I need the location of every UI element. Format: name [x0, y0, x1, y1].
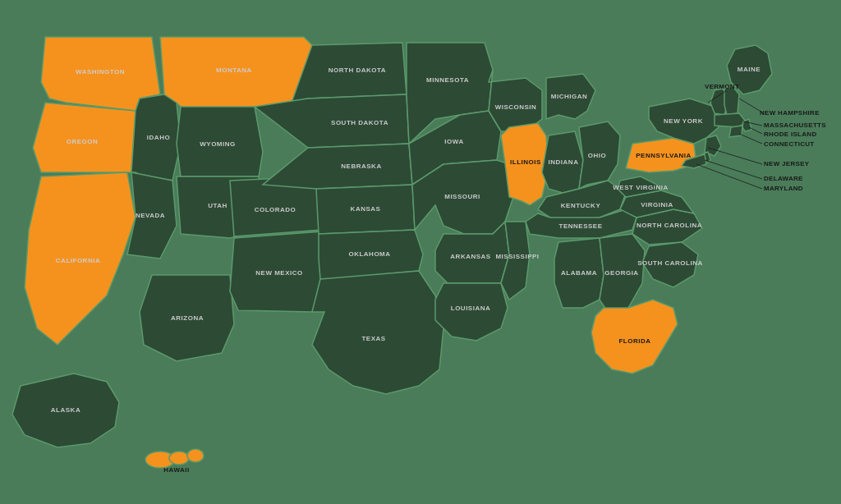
state-alabama[interactable] [554, 238, 604, 308]
usa-map: WASHINGTON OREGON CALIFORNIA IDAHO NEVAD… [0, 0, 841, 504]
state-hawaii-3[interactable] [187, 449, 204, 462]
state-wyoming[interactable] [177, 107, 263, 176]
state-montana[interactable] [160, 37, 312, 111]
state-hawaii-2[interactable] [169, 451, 189, 465]
state-indiana[interactable] [542, 131, 583, 193]
state-massachusetts[interactable] [715, 113, 746, 127]
state-arizona[interactable] [140, 275, 234, 361]
state-illinois[interactable] [501, 123, 549, 205]
state-idaho[interactable] [131, 94, 181, 181]
state-oregon[interactable] [33, 103, 136, 172]
state-kansas[interactable] [316, 185, 415, 234]
state-connecticut[interactable] [729, 126, 742, 137]
state-new-mexico[interactable] [230, 231, 324, 312]
